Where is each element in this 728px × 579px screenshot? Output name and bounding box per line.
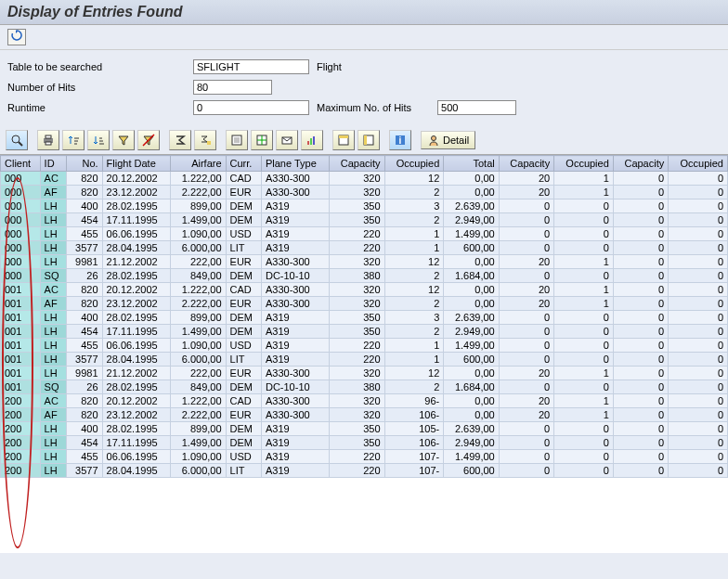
table-row[interactable]: 000LH357728.04.19956.000,00LITA319220160… <box>1 241 728 255</box>
print-icon[interactable] <box>37 130 59 150</box>
table-row[interactable]: 001LH40028.02.1995899,00DEMA31935032.639… <box>1 311 728 325</box>
table-row[interactable]: 001SQ2628.02.1995849,00DEMDC-10-1038021.… <box>1 380 728 394</box>
cell: LH <box>40 367 67 380</box>
table-row[interactable]: 000SQ2628.02.1995849,00DEMDC-10-1038021.… <box>1 269 728 283</box>
cell: 06.06.1995 <box>102 339 171 353</box>
table-row[interactable]: 000AF82023.12.20022.222,00EURA330-300320… <box>1 186 728 199</box>
table-row[interactable]: 200AC82020.12.20021.222,00CADA330-300320… <box>1 394 728 408</box>
table-row[interactable]: 000LH45506.06.19951.090,00USDA31922011.4… <box>1 227 728 241</box>
cell: 200 <box>1 422 41 436</box>
table-row[interactable]: 000LH45417.11.19951.499,00DEMA31935022.9… <box>1 213 728 227</box>
cell: 0,00 <box>444 186 499 199</box>
mail-icon[interactable] <box>276 130 298 150</box>
table-row[interactable]: 001AC82020.12.20021.222,00CADA330-300320… <box>1 283 728 297</box>
export-icon[interactable] <box>226 130 248 150</box>
cell: 0 <box>669 213 728 227</box>
col-header[interactable]: Capacity <box>613 156 668 172</box>
table-row[interactable]: 001LH45417.11.19951.499,00DEMA31935022.9… <box>1 325 728 339</box>
cell: 455 <box>67 339 102 353</box>
info-icon[interactable]: i <box>389 130 411 150</box>
table-row[interactable]: 200LH45417.11.19951.499,00DEMA319350106-… <box>1 436 728 450</box>
subtotal-icon[interactable] <box>194 130 216 150</box>
cell: USD <box>226 339 261 353</box>
table-row[interactable]: 200LH40028.02.1995899,00DEMA319350105-2.… <box>1 422 728 436</box>
page-title: Display of Entries Found <box>7 4 721 20</box>
col-header[interactable]: Occupied <box>669 156 728 172</box>
col-header[interactable]: No. <box>67 156 102 172</box>
cell: 96- <box>384 394 444 408</box>
table-row[interactable]: 001AF82023.12.20022.222,00EURA330-300320… <box>1 297 728 311</box>
cell: 001 <box>1 283 41 297</box>
cell: 350 <box>330 311 384 325</box>
export-spread-icon[interactable] <box>251 130 273 150</box>
cell: A319 <box>261 339 329 353</box>
cell: A319 <box>261 436 329 450</box>
cell: 320 <box>330 255 384 269</box>
cell: 899,00 <box>171 199 226 213</box>
col-header[interactable]: Flight Date <box>102 156 171 172</box>
cell: A319 <box>261 422 329 436</box>
cell: A319 <box>261 213 329 227</box>
filter-del-icon[interactable] <box>137 130 160 150</box>
col-header[interactable]: Capacity <box>330 156 384 172</box>
col-header[interactable]: Client <box>1 156 41 172</box>
table-row[interactable]: 001LH357728.04.19956.000,00LITA319220160… <box>1 353 728 367</box>
max-hits-input[interactable] <box>437 100 516 115</box>
num-hits-input[interactable] <box>193 80 272 95</box>
cell: EUR <box>226 186 261 199</box>
svg-rect-14 <box>339 135 348 138</box>
svg-point-19 <box>432 136 436 141</box>
filter-icon[interactable] <box>112 130 135 150</box>
results-table-wrap[interactable]: ClientIDNo.Flight DateAirfareCurr.Plane … <box>0 154 728 553</box>
col-header[interactable]: Plane Type <box>261 156 329 172</box>
col-header[interactable]: ID <box>40 156 67 172</box>
cell: 820 <box>67 172 102 186</box>
table-row[interactable]: 200LH45506.06.19951.090,00USDA319220107-… <box>1 450 728 464</box>
cell: 0,00 <box>444 283 499 297</box>
details-icon[interactable] <box>6 130 28 150</box>
layout-change-icon[interactable] <box>358 130 380 150</box>
cell: 454 <box>67 213 102 227</box>
cell: A319 <box>261 199 329 213</box>
table-search-input[interactable] <box>193 59 309 74</box>
cell: 23.12.2002 <box>102 408 171 422</box>
table-row[interactable]: 001LH998121.12.2002222,00EURA330-3003201… <box>1 367 728 380</box>
table-row[interactable]: 000LH998121.12.2002222,00EURA330-3003201… <box>1 255 728 269</box>
table-row[interactable]: 000AC82020.12.20021.222,00CADA330-300320… <box>1 172 728 186</box>
cell: 12 <box>384 255 444 269</box>
cell: 0 <box>613 436 668 450</box>
cell: 1 <box>554 367 614 380</box>
runtime-input[interactable] <box>193 100 309 115</box>
cell: 320 <box>330 408 384 422</box>
cell: 200 <box>1 450 41 464</box>
table-row[interactable]: 000LH40028.02.1995899,00DEMA31935032.639… <box>1 199 728 213</box>
cell: DEM <box>226 213 261 227</box>
sort-desc-icon[interactable] <box>87 130 110 150</box>
table-search-label: Table to be searched <box>7 61 193 72</box>
table-row[interactable]: 200AF82023.12.20022.222,00EURA330-300320… <box>1 408 728 422</box>
graph-icon[interactable] <box>301 130 323 150</box>
cell: DC-10-10 <box>261 380 329 394</box>
detail-button[interactable]: Detail <box>421 131 475 149</box>
cell: 0 <box>613 367 668 380</box>
sort-asc-icon[interactable] <box>62 130 84 150</box>
table-row[interactable]: 200LH357728.04.19956.000,00LITA319220107… <box>1 464 728 478</box>
sum-icon[interactable] <box>169 130 191 150</box>
table-row[interactable]: 001LH45506.06.19951.090,00USDA31922011.4… <box>1 339 728 353</box>
cell: 3577 <box>67 464 102 478</box>
cell: 0 <box>499 241 553 255</box>
col-header[interactable]: Curr. <box>226 156 261 172</box>
cell: 2.949,00 <box>444 436 499 450</box>
col-header[interactable]: Capacity <box>499 156 553 172</box>
col-header[interactable]: Total <box>444 156 499 172</box>
cell: 20 <box>499 367 553 380</box>
cell: 0 <box>669 199 728 213</box>
layout-icon[interactable] <box>332 130 355 150</box>
cell: AC <box>40 394 67 408</box>
col-header[interactable]: Airfare <box>171 156 226 172</box>
col-header[interactable]: Occupied <box>384 156 444 172</box>
cell: 1 <box>554 408 614 422</box>
cell: 1 <box>384 353 444 367</box>
col-header[interactable]: Occupied <box>554 156 614 172</box>
refresh-icon[interactable] <box>7 29 26 45</box>
